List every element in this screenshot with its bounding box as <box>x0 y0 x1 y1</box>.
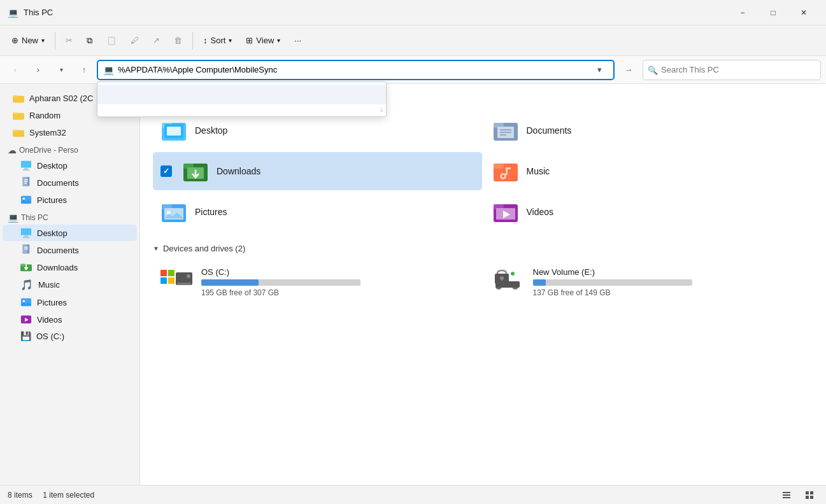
folder-grid: Desktop Documents ✓ <box>153 111 813 231</box>
sidebar-item-music[interactable]: 🎵 Music <box>3 276 137 293</box>
nav-recent-button[interactable]: ▾ <box>51 60 71 80</box>
rename-button[interactable]: 🖊 <box>124 32 145 48</box>
list-view-button[interactable] <box>778 486 795 504</box>
grid-view-button[interactable] <box>801 486 818 504</box>
delete-button[interactable]: 🗑 <box>167 32 189 48</box>
minimize-button[interactable]: − <box>728 3 757 23</box>
svg-rect-75 <box>495 281 520 288</box>
folder-videos-icon <box>492 199 519 225</box>
sidebar-item-od-desktop[interactable]: Desktop <box>3 157 137 174</box>
title-bar-controls: − □ ✕ <box>728 3 818 23</box>
folder-item-desktop[interactable]: Desktop <box>153 111 482 150</box>
drive-space-c: 195 GB free of 307 GB <box>201 288 474 297</box>
nav-back-button[interactable]: ‹ <box>5 60 25 80</box>
music-icon: 🎵 <box>20 279 33 291</box>
drive-item-c[interactable]: OS (C:) 195 GB free of 307 GB <box>153 261 482 304</box>
svg-rect-78 <box>783 497 790 498</box>
drive-ext-icon <box>492 267 525 295</box>
cloud-icon: ☁ <box>8 145 17 155</box>
folder-item-videos[interactable]: Videos <box>485 193 814 231</box>
nav-up-button[interactable]: ↑ <box>74 60 94 80</box>
svg-point-49 <box>502 175 504 178</box>
maximize-button[interactable]: □ <box>758 3 788 23</box>
cut-icon: ✂ <box>66 36 73 45</box>
title-bar: 💻 This PC − □ ✕ <box>0 0 826 25</box>
new-button[interactable]: ⊕ New ▾ <box>5 32 51 48</box>
status-bar: 8 items 1 item selected <box>0 485 826 504</box>
svg-rect-63 <box>168 277 174 284</box>
sort-chevron-icon: ▾ <box>229 37 232 44</box>
view-chevron-icon: ▾ <box>277 37 280 44</box>
folder-item-music[interactable]: Music <box>485 152 814 190</box>
close-button[interactable]: ✕ <box>789 3 818 23</box>
svg-rect-35 <box>167 127 181 136</box>
search-input[interactable] <box>643 60 821 80</box>
more-button[interactable]: ··· <box>288 32 308 48</box>
view-button[interactable]: ⊞ View ▾ <box>239 32 287 48</box>
address-go-button[interactable]: → <box>617 60 640 80</box>
folder-music-icon <box>492 158 519 184</box>
sidebar-item-label: Music <box>38 280 60 290</box>
sort-button[interactable]: ↕ Sort ▾ <box>197 32 238 48</box>
svg-rect-10 <box>24 168 27 170</box>
sidebar-item-od-documents[interactable]: Documents <box>3 174 137 191</box>
sidebar-item-label: Documents <box>37 246 79 255</box>
sidebar-item-documents[interactable]: Documents <box>3 242 137 258</box>
svg-rect-79 <box>806 491 809 494</box>
address-bar[interactable]: 💻 ▾ <box>97 60 615 80</box>
svg-rect-19 <box>21 228 31 235</box>
toolbar-separator-2 <box>192 32 193 50</box>
folder-item-documents[interactable]: Documents <box>485 111 814 150</box>
folder-item-downloads[interactable]: ✓ Downloads <box>153 152 482 190</box>
new-icon: ⊕ <box>11 36 18 45</box>
autocomplete-item[interactable] <box>97 85 386 104</box>
folder-item-pictures[interactable]: Pictures <box>153 193 482 231</box>
svg-rect-76 <box>783 492 790 493</box>
svg-rect-51 <box>506 167 511 169</box>
drives-section-header[interactable]: ▼ Devices and drives (2) <box>153 244 813 253</box>
share-button[interactable]: ↗ <box>146 32 166 48</box>
sidebar-item-osdrive[interactable]: 💾 OS (C:) <box>3 328 137 344</box>
svg-rect-77 <box>783 494 790 496</box>
paste-button[interactable]: 📋 <box>100 32 123 48</box>
computer-icon: 💻 <box>8 213 18 223</box>
cut-button[interactable]: ✂ <box>59 32 79 48</box>
sidebar-item-label: Downloads <box>37 263 78 272</box>
sidebar-onedrive-header[interactable]: ☁ OneDrive - Perso <box>0 141 139 157</box>
svg-rect-80 <box>810 491 813 494</box>
sidebar-item-desktop[interactable]: Desktop <box>3 225 137 241</box>
svg-rect-5 <box>13 113 17 115</box>
sidebar-item-pictures[interactable]: Pictures <box>3 294 137 311</box>
copy-button[interactable]: ⧉ <box>80 32 99 49</box>
drive-icon: 💾 <box>20 331 31 341</box>
drive-name-c: OS (C:) <box>201 267 474 277</box>
sidebar-item-downloads[interactable]: Downloads <box>3 259 137 276</box>
drive-item-e[interactable]: New Volume (E:) 137 GB free of 149 GB <box>485 261 814 304</box>
sidebar-item-od-pictures[interactable]: Pictures <box>3 192 137 208</box>
pictures-icon <box>20 297 32 308</box>
sort-icon: ↕ <box>203 36 208 45</box>
drive-bar-fill-c <box>201 279 259 286</box>
svg-rect-62 <box>160 277 167 284</box>
svg-rect-61 <box>168 270 174 276</box>
sidebar-item-label: OS (C:) <box>36 332 64 341</box>
sidebar-item-system32[interactable]: System32 <box>3 124 137 141</box>
documents-icon <box>20 177 32 188</box>
sidebar-item-label: Random <box>29 111 61 120</box>
svg-rect-8 <box>13 130 17 132</box>
folder-desktop-icon <box>160 118 187 143</box>
videos-icon <box>20 314 32 325</box>
view-icon: ⊞ <box>246 36 253 45</box>
address-input[interactable] <box>118 65 590 74</box>
folder-yellow-icon <box>13 109 24 121</box>
sidebar-item-videos[interactable]: Videos <box>3 311 137 328</box>
folder-checkbox: ✓ <box>160 165 172 177</box>
drive-bar-bg-e <box>533 279 692 286</box>
svg-rect-11 <box>23 169 30 171</box>
nav-forward-button[interactable]: › <box>28 60 48 80</box>
main-layout: Apharan S02 (2C Random System32 ☁ OneDri… <box>0 84 826 485</box>
search-box-wrapper: 🔍 <box>643 60 821 80</box>
sidebar-thispc-header[interactable]: 💻 This PC <box>0 209 139 224</box>
folder-item-name: Music <box>527 166 550 176</box>
address-dropdown-icon[interactable]: ▾ <box>590 60 608 80</box>
